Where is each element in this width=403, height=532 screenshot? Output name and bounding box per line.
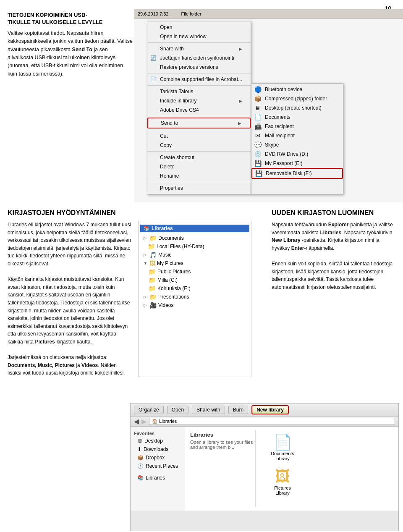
lib-item-label: Documents [158, 235, 184, 241]
folder-icon: 🎥 [149, 302, 157, 309]
ctx-jaettujen[interactable]: 🔄 Jaettujen kansioiden synkronointi [147, 53, 251, 63]
mypassport-icon: 💾 [254, 160, 262, 167]
ctx-delete[interactable]: Delete [147, 162, 251, 171]
nav-forward-button[interactable]: ▶ [141, 417, 147, 425]
submenu-mypassport[interactable]: 💾 My Passport (E:) [251, 159, 343, 168]
uuden-kirjaston-section: UUDEN KIRJASTON LUOMINEN Napsauta tehtäv… [272, 209, 395, 291]
lib-item-pictures[interactable]: 🖼 PicturesLibrary [266, 468, 299, 495]
submenu-skype[interactable]: 💬 Skype [251, 140, 343, 149]
skype-icon: 💬 [254, 141, 262, 149]
submenu-documents[interactable]: 📄 Documents [251, 113, 343, 122]
explorer-nav-bar: ◀ ▶ 🏠 Libraries [131, 417, 398, 427]
context-menu-screenshot: 29.6.2010 7:32 File folder Open Open in … [134, 9, 403, 202]
folder-icon: 📁 [149, 268, 156, 275]
ctx-combine-acrobat[interactable]: 📄 Combine supported files in Acrobat... [147, 75, 251, 84]
lib-tree-item: ▷ 📁 Presentations [140, 293, 249, 301]
submenu-fax[interactable]: 📠 Fax recipient [251, 122, 343, 131]
open-button[interactable]: Open [167, 406, 188, 414]
library-icon: 📚 [137, 475, 144, 481]
ctx-separator-7 [147, 182, 251, 182]
libraries-desc: Open a library to see your files and arr… [190, 440, 254, 450]
lib-item-label: Music [158, 252, 171, 258]
documents-icon: 📄 [254, 113, 262, 121]
libraries-intro: Libraries Open a library to see your fil… [188, 430, 256, 507]
lib-item-label: Videos [158, 302, 173, 308]
nav-back-button[interactable]: ◀ [134, 417, 139, 425]
ctx-share-with[interactable]: Share with ▶ [147, 44, 251, 53]
uuden-kirjaston-heading: UUDEN KIRJASTON LUOMINEN [272, 209, 395, 217]
submenu-dvd[interactable]: 💿 DVD RW Drive (D:) [251, 149, 343, 159]
fax-icon: 📠 [254, 123, 262, 130]
folder-icon: 📁 [149, 285, 156, 292]
sidebar-downloads[interactable]: ⬇ Downloads [131, 445, 185, 453]
ctx-rename[interactable]: Rename [147, 171, 251, 181]
ctx-open-new-window[interactable]: Open in new window [147, 32, 251, 41]
submenu-compressed[interactable]: 📦 Compressed (zipped) folder [251, 94, 343, 103]
ctx-separator-4 [147, 116, 251, 116]
ctx-tarkista[interactable]: Tarkista Talous [147, 87, 251, 96]
ctx-send-to[interactable]: Send to ▶ [147, 118, 251, 128]
library-header-label: Libraries [152, 225, 173, 231]
lib-item-documents-label: DocumentsLibrary [271, 451, 294, 461]
pictures-lib-icon: 🖼 [275, 468, 290, 485]
context-menu: Open Open in new window Share with ▶ 🔄 J… [147, 21, 251, 194]
ctx-adobe-drive[interactable]: Adobe Drive CS4 [147, 105, 251, 115]
lib-item-documents[interactable]: 📄 DocumentsLibrary [266, 433, 299, 461]
mail-icon: ✉ [254, 132, 262, 139]
library-header-icon: 📚 [144, 225, 150, 231]
sync-icon: 🔄 [150, 55, 157, 61]
sidebar-libraries[interactable]: 📚 Libraries [131, 474, 185, 482]
lib-item-label: Koiruuksia (E:) [157, 286, 191, 291]
recent-icon: 🕐 [137, 463, 144, 469]
file-explorer-bar: 29.6.2010 7:32 File folder [134, 9, 403, 18]
downloads-icon: ⬇ [137, 446, 141, 452]
nav-breadcrumb: 🏠 Libraries [149, 418, 395, 425]
ctx-restore[interactable]: Restore previous versions [147, 63, 251, 72]
ctx-include-library[interactable]: Include in library ▶ [147, 96, 251, 105]
folder-icon: 📁 [148, 243, 155, 250]
burn-button[interactable]: Burn [228, 406, 248, 414]
desktop-icon: 🖥 [254, 104, 262, 112]
uuden-kirjaston-body: Napsauta tehtäväruudun Explorer-painiket… [272, 221, 395, 291]
favorites-header: Favorites [131, 429, 185, 437]
lib-item-label: Public Pictures [157, 269, 191, 275]
lib-tree-item: ▼ 🖼 My Pictures [140, 259, 249, 267]
organize-button[interactable]: Organize [134, 406, 164, 414]
library-tree-screenshot: 📚 Libraries ▷ 📁 Documents 📁 Local Files … [138, 221, 251, 377]
submenu-desktop[interactable]: 🖥 Desktop (create shortcut) [251, 103, 343, 113]
breadcrumb-label: Libraries [159, 419, 177, 424]
documents-lib-icon: 📄 [273, 433, 292, 451]
lib-item-label: Local Files (HY-Data) [157, 244, 204, 249]
folder-icon: 📁 [149, 277, 156, 283]
removable-icon: 💾 [255, 170, 262, 177]
sidebar-dropbox[interactable]: 📦 Dropbox [131, 453, 185, 462]
submenu-mail[interactable]: ✉ Mail recipient [251, 131, 343, 140]
kirjastojen-section: KIRJASTOJEN HYÖDYNTÄMINEN Libraries eli … [8, 209, 276, 377]
kirjastojen-body: Libraries eli kirjastot ovat Windows 7 m… [8, 221, 131, 377]
ctx-properties[interactable]: Properties [147, 183, 251, 193]
folder-icon: 📁 [149, 235, 157, 241]
libraries-title: Libraries [190, 432, 254, 438]
explorer-toolbar: Organize Open Share with Burn New librar… [131, 404, 398, 417]
sidebar-recent-places[interactable]: 🕐 Recent Places [131, 462, 185, 470]
ctx-open[interactable]: Open [147, 23, 251, 32]
folder-icon: 📁 [149, 294, 157, 300]
ctx-cut[interactable]: Cut [147, 131, 251, 141]
lib-tree-item: ▷ 📁 Documents [140, 234, 249, 242]
ctx-separator-5 [147, 130, 251, 130]
ctx-copy[interactable]: Copy [147, 141, 251, 150]
explorer-body: Favorites 🖥 Desktop ⬇ Downloads 📦 Dropbo… [131, 427, 398, 511]
lib-tree-item: 📁 Milla (C:) [140, 276, 249, 284]
acrobat-icon: 📄 [150, 76, 157, 83]
new-library-button[interactable]: New library [251, 405, 289, 414]
library-tree-header: 📚 Libraries [140, 225, 249, 232]
share-with-button[interactable]: Share with [192, 406, 225, 414]
lib-item-label: My Pictures [157, 260, 183, 266]
ctx-create-shortcut[interactable]: Create shortcut [147, 153, 251, 162]
ctx-separator-2 [147, 73, 251, 73]
lib-tree-item: ▷ 🎵 Music [140, 251, 249, 259]
submenu-removable[interactable]: 💾 Removable Disk (F:) [251, 168, 343, 179]
submenu-bluetooth[interactable]: 🔵 Bluetooth device [251, 85, 343, 94]
dropbox-icon: 📦 [137, 455, 144, 461]
sidebar-desktop[interactable]: 🖥 Desktop [131, 437, 185, 445]
